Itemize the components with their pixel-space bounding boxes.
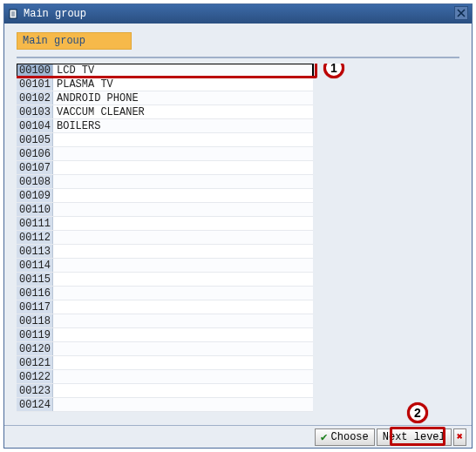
choose-button[interactable]: ✔ Choose — [315, 428, 375, 446]
row-label — [53, 398, 313, 411]
list-row[interactable]: 00119 — [17, 328, 313, 342]
choose-button-label: Choose — [331, 431, 369, 443]
row-code: 00116 — [17, 287, 53, 300]
row-code: 00103 — [17, 105, 53, 118]
row-code: 00107 — [17, 161, 53, 174]
row-label — [53, 273, 313, 286]
list-row[interactable]: 00123 — [17, 384, 313, 398]
window-close-button[interactable] — [454, 6, 468, 20]
next-level-button-label: Next level — [383, 431, 445, 443]
row-code: 00120 — [17, 342, 53, 355]
row-code: 00106 — [17, 147, 53, 160]
row-code: 00117 — [17, 300, 53, 314]
row-code: 00105 — [17, 133, 53, 146]
row-code: 00112 — [17, 231, 53, 244]
close-icon — [457, 9, 466, 17]
dialog-body: Main group 00100LCD TV00101PLASMA TV0010… — [4, 24, 472, 425]
list-row[interactable]: 00117 — [17, 300, 313, 314]
list-row[interactable]: 00121 — [17, 356, 313, 370]
row-label — [53, 328, 313, 341]
row-code: 00115 — [17, 273, 53, 286]
row-label — [53, 203, 313, 216]
row-label — [53, 133, 313, 146]
row-label — [53, 161, 313, 174]
list-row[interactable]: 00111 — [17, 217, 313, 231]
row-code: 00122 — [17, 370, 53, 383]
row-label — [53, 147, 313, 160]
row-code: 00113 — [17, 245, 53, 258]
row-label — [53, 342, 313, 355]
list-row[interactable]: 00116 — [17, 287, 313, 300]
row-label — [53, 314, 313, 327]
document-icon — [8, 8, 20, 20]
list-row[interactable]: 00104BOILERS — [17, 119, 313, 133]
row-code: 00100 — [17, 64, 53, 77]
row-code: 00121 — [17, 356, 53, 369]
list-row[interactable]: 00105 — [17, 133, 313, 147]
row-code: 00108 — [17, 175, 53, 188]
row-label: BOILERS — [53, 119, 313, 132]
divider — [17, 57, 459, 58]
row-code: 00101 — [17, 78, 53, 91]
list-container: 00100LCD TV00101PLASMA TV00102ANDROID PH… — [17, 64, 459, 422]
row-code: 00102 — [17, 91, 53, 105]
list-row[interactable]: 00110 — [17, 203, 313, 217]
row-code: 00110 — [17, 203, 53, 216]
row-label — [53, 189, 313, 202]
next-level-button[interactable]: Next level — [377, 428, 452, 446]
row-code: 00114 — [17, 259, 53, 272]
check-icon: ✔ — [321, 430, 328, 444]
row-label — [53, 300, 313, 314]
cancel-icon: ✖ — [457, 430, 463, 443]
list-row[interactable]: 00100LCD TV — [17, 64, 313, 78]
callout-1: 1 — [323, 64, 344, 78]
row-code: 00111 — [17, 217, 53, 230]
row-code: 00124 — [17, 398, 53, 411]
row-code: 00109 — [17, 189, 53, 202]
list-row[interactable]: 00108 — [17, 175, 313, 189]
list-row[interactable]: 00107 — [17, 161, 313, 175]
row-code: 00104 — [17, 119, 53, 132]
row-label — [53, 259, 313, 272]
list-row[interactable]: 00120 — [17, 342, 313, 356]
list-row[interactable]: 00115 — [17, 273, 313, 287]
row-label — [53, 245, 313, 258]
row-label: PLASMA TV — [53, 78, 313, 91]
row-code: 00118 — [17, 314, 53, 327]
list-row[interactable]: 00113 — [17, 245, 313, 259]
group-label: Main group — [17, 32, 132, 50]
row-label — [53, 287, 313, 300]
row-label — [53, 217, 313, 230]
list-row[interactable]: 00112 — [17, 231, 313, 245]
cancel-button[interactable]: ✖ — [453, 428, 466, 446]
row-code: 00119 — [17, 328, 53, 341]
row-label — [53, 370, 313, 383]
list-row[interactable]: 00101PLASMA TV — [17, 78, 313, 91]
dialog: Main group Main group 00100LCD TV00101PL… — [3, 3, 473, 449]
footer: ✔ Choose Next level ✖ — [4, 425, 472, 448]
titlebar: Main group — [4, 4, 472, 24]
row-code: 00123 — [17, 384, 53, 397]
list-row[interactable]: 00114 — [17, 259, 313, 273]
row-label: ANDROID PHONE — [53, 91, 313, 105]
list-row[interactable]: 00109 — [17, 189, 313, 203]
list-row[interactable]: 00122 — [17, 370, 313, 384]
row-label — [53, 175, 313, 188]
list-row[interactable]: 00102ANDROID PHONE — [17, 91, 313, 105]
row-label — [53, 356, 313, 369]
list-row[interactable]: 00103VACCUM CLEANER — [17, 105, 313, 119]
list-row[interactable]: 00118 — [17, 314, 313, 328]
list-row[interactable]: 00106 — [17, 147, 313, 161]
row-label: VACCUM CLEANER — [53, 105, 313, 118]
row-label: LCD TV — [53, 64, 313, 77]
group-list: 00100LCD TV00101PLASMA TV00102ANDROID PH… — [17, 64, 313, 412]
window-title: Main group — [24, 8, 451, 20]
row-label — [53, 231, 313, 244]
list-row[interactable]: 00124 — [17, 398, 313, 412]
row-label — [53, 384, 313, 397]
